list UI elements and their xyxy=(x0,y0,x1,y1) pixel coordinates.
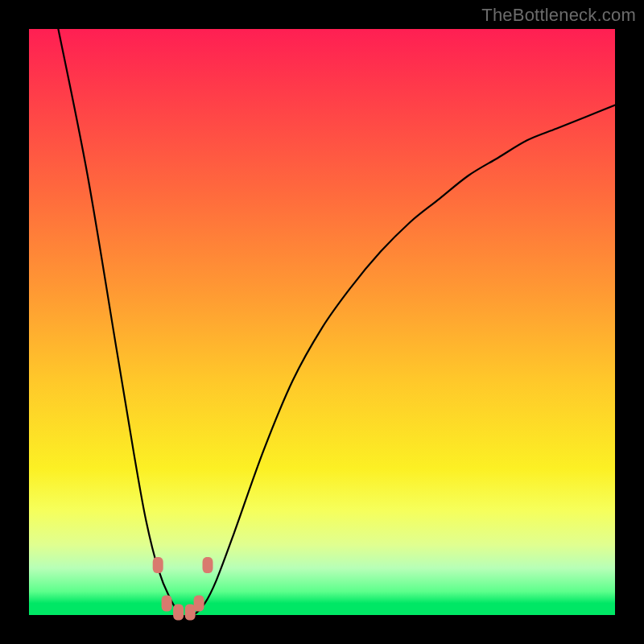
curve-marker xyxy=(153,557,163,573)
watermark-text: TheBottleneck.com xyxy=(481,5,636,26)
curve-marker xyxy=(203,557,213,573)
curve-marker xyxy=(194,595,204,611)
curve-svg xyxy=(29,29,615,615)
chart-frame: TheBottleneck.com xyxy=(0,0,644,644)
bottleneck-curve xyxy=(58,29,615,617)
curve-marker xyxy=(162,595,172,611)
plot-area xyxy=(29,29,615,615)
marker-group xyxy=(153,557,213,620)
curve-marker xyxy=(173,604,184,620)
